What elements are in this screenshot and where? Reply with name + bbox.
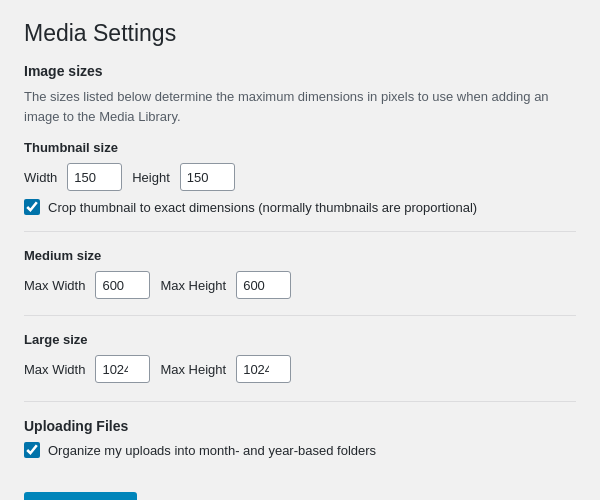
medium-max-width-wrapper [95, 271, 150, 299]
thumbnail-height-input[interactable] [180, 163, 235, 191]
thumbnail-size-group: Thumbnail size Width Height Crop thumbna… [24, 140, 576, 215]
large-max-width-input[interactable] [95, 355, 150, 383]
organize-uploads-label: Organize my uploads into month- and year… [48, 443, 376, 458]
large-heading: Large size [24, 332, 576, 347]
medium-max-width-label: Max Width [24, 278, 85, 293]
image-sizes-heading: Image sizes [24, 63, 576, 79]
image-sizes-description: The sizes listed below determine the max… [24, 87, 576, 126]
thumbnail-crop-row: Crop thumbnail to exact dimensions (norm… [24, 199, 576, 215]
large-max-width-wrapper [95, 355, 150, 383]
thumbnail-height-label: Height [132, 170, 170, 185]
divider-3 [24, 401, 576, 402]
medium-size-group: Medium size Max Width Max Height [24, 248, 576, 299]
thumbnail-width-label: Width [24, 170, 57, 185]
large-size-group: Large size Max Width Max Height [24, 332, 576, 383]
medium-max-width-input[interactable] [95, 271, 150, 299]
thumbnail-height-wrapper [180, 163, 235, 191]
organize-uploads-checkbox[interactable] [24, 442, 40, 458]
medium-max-height-input[interactable] [236, 271, 291, 299]
thumbnail-width-wrapper [67, 163, 122, 191]
thumbnail-heading: Thumbnail size [24, 140, 576, 155]
medium-heading: Medium size [24, 248, 576, 263]
save-changes-button[interactable]: Save Changes [24, 492, 137, 500]
large-max-height-wrapper [236, 355, 291, 383]
page-title: Media Settings [24, 20, 576, 47]
thumbnail-width-input[interactable] [67, 163, 122, 191]
medium-max-height-wrapper [236, 271, 291, 299]
medium-fields: Max Width Max Height [24, 271, 576, 299]
organize-uploads-row: Organize my uploads into month- and year… [24, 442, 576, 458]
thumbnail-crop-label: Crop thumbnail to exact dimensions (norm… [48, 200, 477, 215]
uploading-files-heading: Uploading Files [24, 418, 576, 434]
image-sizes-section: Image sizes The sizes listed below deter… [24, 63, 576, 383]
divider-1 [24, 231, 576, 232]
thumbnail-crop-checkbox[interactable] [24, 199, 40, 215]
large-fields: Max Width Max Height [24, 355, 576, 383]
thumbnail-fields: Width Height [24, 163, 576, 191]
large-max-height-input[interactable] [236, 355, 291, 383]
large-max-width-label: Max Width [24, 362, 85, 377]
uploading-files-section: Uploading Files Organize my uploads into… [24, 418, 576, 458]
medium-max-height-label: Max Height [160, 278, 226, 293]
divider-2 [24, 315, 576, 316]
large-max-height-label: Max Height [160, 362, 226, 377]
